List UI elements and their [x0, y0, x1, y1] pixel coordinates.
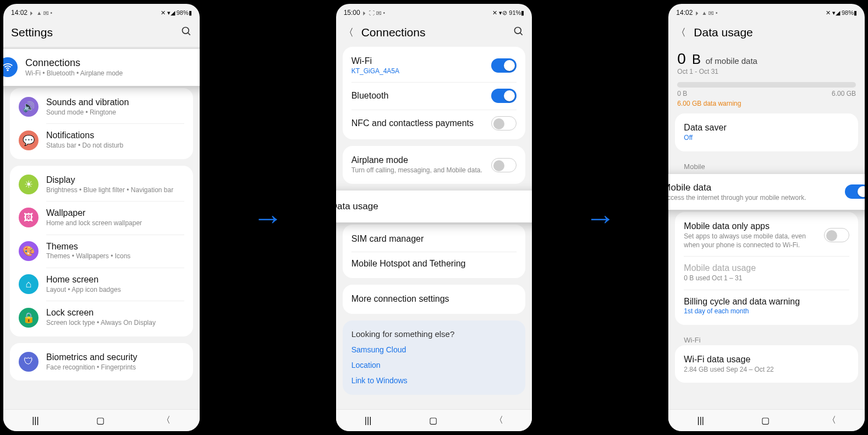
settings-row[interactable]: Mobile data usage0 B used Oct 1 – 31: [675, 256, 858, 289]
row-subtitle: Themes • Wallpapers • Icons: [46, 252, 184, 261]
connections-title: Connections: [25, 57, 200, 69]
row-subtitle: Status bar • Do not disturb: [46, 142, 184, 150]
row-title: Notifications: [46, 130, 184, 142]
usage-bar: [677, 82, 856, 88]
toggle[interactable]: [491, 89, 517, 103]
settings-row[interactable]: 🔒Lock screenScreen lock type • Always On…: [10, 301, 193, 334]
row-title: Display: [46, 175, 184, 186]
header: 〈 Connections: [336, 19, 532, 47]
nav-bar: ||| ▢ 〈: [336, 409, 532, 431]
row-title: Themes: [46, 241, 184, 253]
row-title: Billing cycle and data warning: [684, 296, 849, 308]
row-icon: 🔒: [19, 308, 39, 328]
link[interactable]: Samsung Cloud: [343, 342, 526, 357]
link[interactable]: Link to Windows: [343, 373, 526, 388]
link[interactable]: Location: [343, 357, 526, 373]
back-icon[interactable]: 〈: [676, 26, 686, 39]
section-wifi: Wi-Fi: [675, 331, 858, 345]
phone-data-usage: 14:02 ⏵ ▲ ✉ • ✕ ▾◢ 98%▮ 〈 Data usage 0 B…: [665, 1, 868, 434]
toggle[interactable]: [491, 158, 517, 172]
toggle[interactable]: [824, 228, 849, 242]
settings-row[interactable]: Bluetooth: [343, 82, 526, 110]
row-title: Home screen: [46, 274, 184, 286]
header: Settings: [3, 19, 200, 47]
status-bar: 15:00 ⏵ ⛶ ✉ • ✕ ▾⊘ 91%▮: [336, 4, 532, 19]
back-button[interactable]: 〈: [827, 415, 836, 426]
phone-connections: 15:00 ⏵ ⛶ ✉ • ✕ ▾⊘ 91%▮ 〈 Connections Wi…: [333, 1, 536, 434]
row-icon: ☀: [19, 175, 39, 194]
back-button[interactable]: 〈: [162, 415, 171, 426]
page-title: Connections: [361, 26, 506, 39]
row-subtitle: Face recognition • Fingerprints: [46, 363, 184, 372]
row-title: Lock screen: [46, 307, 184, 319]
arrow-icon: →: [252, 200, 283, 236]
row-icon: 🛡: [19, 352, 39, 372]
toggle[interactable]: [491, 58, 517, 73]
row-title: Sounds and vibration: [46, 97, 184, 108]
home-button[interactable]: ▢: [761, 415, 770, 426]
nav-bar: ||| ▢ 〈: [668, 409, 865, 431]
settings-row[interactable]: SIM card manager: [343, 227, 526, 252]
status-bar: 14:02 ⏵ ▲ ✉ • ✕ ▾◢ 98%▮: [668, 4, 865, 19]
settings-row[interactable]: 🖼WallpaperHome and lock screen wallpaper: [10, 201, 193, 234]
row-title: Wallpaper: [46, 208, 184, 219]
row-title: Wi-Fi: [351, 56, 484, 67]
arrow-icon: →: [585, 200, 616, 236]
search-icon[interactable]: [513, 26, 524, 39]
usage-summary: 0 B of mobile data Oct 1 - Oct 31 0 B 6.…: [675, 47, 858, 113]
row-subtitle: Set apps to always use mobile data, even…: [684, 232, 816, 249]
row-icon: 💬: [19, 130, 39, 150]
toggle[interactable]: [491, 116, 517, 130]
recents-button[interactable]: |||: [697, 416, 704, 426]
settings-row[interactable]: NFC and contactless payments: [343, 110, 526, 137]
row-icon: 🖼: [19, 208, 39, 227]
settings-row[interactable]: 🎨ThemesThemes • Wallpapers • Icons: [10, 235, 193, 268]
row-subtitle: Home and lock screen wallpaper: [46, 219, 184, 228]
search-icon[interactable]: [181, 26, 192, 39]
settings-row[interactable]: Airplane modeTurn off calling, messaging…: [343, 148, 526, 181]
page-title: Data usage: [694, 26, 857, 39]
row-icon: 🎨: [19, 241, 39, 261]
row-subtitle: 0 B used Oct 1 – 31: [684, 274, 849, 283]
svg-point-2: [7, 70, 8, 71]
back-button[interactable]: 〈: [495, 415, 503, 426]
home-button[interactable]: ▢: [96, 415, 105, 426]
phone-settings: 14:02 ⏵ ▲ ✉ • ✕ ▾◢ 98%▮ Settings Connect…: [0, 1, 203, 434]
looking-for: Looking for something else? Samsung Clou…: [343, 320, 526, 395]
back-icon[interactable]: 〈: [344, 26, 354, 39]
mobile-data-highlight[interactable]: Mobile data Access the internet through …: [668, 174, 865, 210]
settings-row[interactable]: 💬NotificationsStatus bar • Do not distur…: [10, 123, 193, 156]
row-icon: 🔊: [19, 97, 39, 117]
svg-point-3: [515, 28, 521, 34]
settings-row[interactable]: More connection settings: [343, 287, 526, 312]
row-title: SIM card manager: [351, 233, 517, 245]
row-title: More connection settings: [351, 293, 517, 305]
header: 〈 Data usage: [668, 19, 865, 47]
page-title: Settings: [11, 26, 173, 39]
row-subtitle: Screen lock type • Always On Display: [46, 319, 184, 328]
row-title: Mobile Hotspot and Tethering: [351, 258, 517, 270]
row-subtitle: Layout • App icon badges: [46, 286, 184, 295]
section-mobile: Mobile: [675, 158, 858, 172]
row-title: Bluetooth: [351, 90, 484, 102]
row-subtitle: KT_GiGA_4A5A: [351, 67, 484, 76]
home-button[interactable]: ▢: [429, 415, 437, 426]
recents-button[interactable]: |||: [32, 416, 39, 426]
settings-row[interactable]: Billing cycle and data warning1st day of…: [675, 290, 858, 323]
row-subtitle: Brightness • Blue light filter • Navigat…: [46, 186, 184, 195]
data-usage-highlight[interactable]: Data usage: [336, 191, 532, 222]
data-saver-row[interactable]: Data saver Off: [675, 116, 858, 149]
connections-highlight[interactable]: Connections Wi-Fi • Bluetooth • Airplane…: [3, 49, 200, 86]
settings-row[interactable]: Wi-FiKT_GiGA_4A5A: [343, 49, 526, 82]
wifi-data-usage-row[interactable]: Wi-Fi data usage 2.84 GB used Sep 24 – O…: [675, 347, 858, 380]
settings-row[interactable]: Mobile data only appsSet apps to always …: [675, 214, 858, 256]
recents-button[interactable]: |||: [365, 416, 371, 426]
settings-row[interactable]: 🛡Biometrics and securityFace recognition…: [10, 345, 193, 378]
settings-row[interactable]: ☀DisplayBrightness • Blue light filter •…: [10, 168, 193, 201]
settings-row[interactable]: Mobile Hotspot and Tethering: [343, 252, 526, 276]
row-title: Mobile data only apps: [684, 221, 816, 232]
settings-row[interactable]: ⌂Home screenLayout • App icon badges: [10, 268, 193, 301]
settings-row[interactable]: 🔊Sounds and vibrationSound mode • Ringto…: [10, 90, 193, 123]
mobile-data-toggle[interactable]: [845, 184, 865, 199]
row-title: NFC and contactless payments: [351, 118, 484, 129]
